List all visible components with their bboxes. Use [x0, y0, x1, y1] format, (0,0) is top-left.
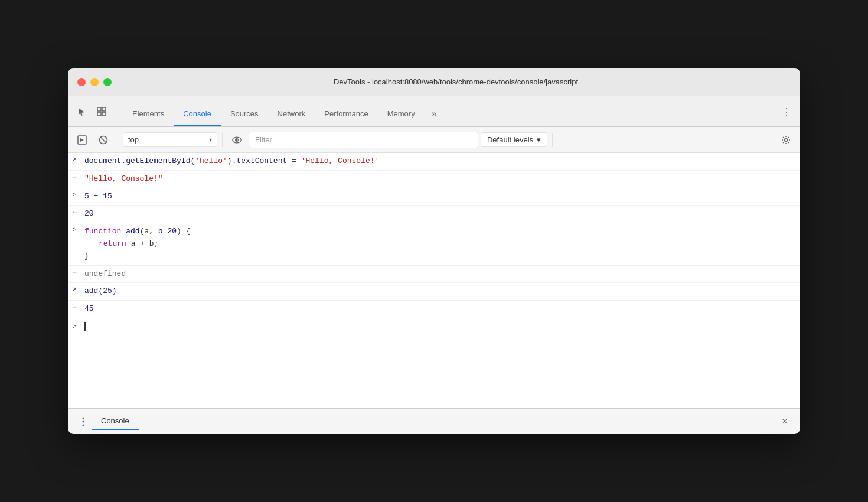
input-arrow-5: > — [73, 226, 84, 233]
tab-more-button[interactable]: » — [425, 102, 444, 126]
close-button[interactable] — [77, 78, 86, 86]
console-line-3: > 5 + 15 — [68, 188, 800, 206]
console-line-4: ← 20 — [68, 206, 800, 223]
context-value: top — [128, 135, 205, 144]
svg-line-6 — [100, 137, 106, 143]
clear-console-button[interactable] — [94, 131, 113, 149]
more-menu-button[interactable]: ⋮ — [778, 103, 795, 120]
console-code-3: 5 + 15 — [84, 191, 795, 203]
tab-performance[interactable]: Performance — [315, 102, 377, 126]
settings-button[interactable] — [776, 131, 795, 149]
maximize-button[interactable] — [103, 78, 112, 86]
filter-input[interactable] — [249, 132, 478, 148]
console-code-8: 45 — [84, 303, 795, 315]
tab-bar: Elements Console Sources Network Perform… — [68, 96, 800, 127]
svg-point-10 — [785, 138, 788, 141]
svg-rect-3 — [102, 112, 106, 116]
devtools-window: DevTools - localhost:8080/web/tools/chro… — [68, 68, 800, 434]
tab-network[interactable]: Network — [268, 102, 315, 126]
input-arrow-active: > — [73, 322, 84, 330]
input-arrow-7: > — [73, 285, 84, 293]
svg-point-12 — [83, 420, 84, 422]
console-input-line[interactable]: > — [68, 318, 800, 335]
live-expression-button[interactable] — [227, 131, 246, 149]
cursor-icon-btn[interactable] — [73, 103, 90, 120]
output-arrow-6: ← — [73, 268, 84, 276]
tab-toolbar-icons — [73, 103, 110, 126]
console-line-1: > document.getElementById('hello').textC… — [68, 153, 800, 171]
tab-end-icons: ⋮ — [778, 103, 795, 126]
toolbar-divider-1 — [118, 133, 118, 147]
output-arrow-4: ← — [73, 208, 84, 216]
console-code-6: undefined — [84, 268, 795, 281]
cursor — [84, 322, 86, 331]
console-output[interactable]: > document.getElementById('hello').textC… — [68, 153, 800, 408]
console-code-2: "Hello, Console!" — [84, 173, 795, 185]
output-arrow-2: ← — [73, 173, 84, 181]
execute-script-button[interactable] — [73, 131, 92, 149]
input-arrow-3: > — [73, 191, 84, 198]
console-line-6: ← undefined — [68, 266, 800, 283]
output-arrow-8: ← — [73, 303, 84, 311]
svg-rect-2 — [97, 112, 101, 116]
drawer-close-button[interactable]: × — [776, 413, 793, 430]
tab-console[interactable]: Console — [174, 102, 221, 126]
console-line-8: ← 45 — [68, 301, 800, 318]
console-toolbar: top ▾ Default levels ▾ — [68, 127, 800, 153]
console-code-4: 20 — [84, 208, 795, 220]
minimize-button[interactable] — [90, 78, 99, 86]
log-levels-button[interactable]: Default levels ▾ — [481, 132, 547, 147]
toolbar-divider-2 — [222, 133, 223, 147]
svg-point-13 — [83, 424, 84, 426]
svg-point-11 — [83, 417, 84, 419]
console-line-7: > add(25) — [68, 283, 800, 301]
tab-memory[interactable]: Memory — [378, 102, 425, 126]
bottom-drawer: Console × — [68, 408, 800, 434]
drawer-console-tab[interactable]: Console — [92, 413, 139, 430]
console-code-5: function add(a, b=20) { return a + b; } — [84, 226, 795, 262]
tab-elements[interactable]: Elements — [123, 102, 174, 126]
context-selector[interactable]: top ▾ — [123, 132, 217, 147]
tab-divider — [120, 106, 120, 120]
console-code-7: add(25) — [84, 285, 795, 298]
svg-rect-1 — [102, 107, 106, 111]
levels-label: Default levels — [487, 135, 533, 144]
drawer-dots-button[interactable] — [75, 413, 92, 430]
console-code-1: document.getElementById('hello').textCon… — [84, 155, 795, 168]
toolbar-divider-3 — [552, 133, 553, 147]
input-arrow-1: > — [73, 155, 84, 163]
console-line-5: > function add(a, b=20) { return a + b; … — [68, 223, 800, 265]
console-line-2: ← "Hello, Console!" — [68, 171, 800, 188]
svg-rect-0 — [97, 107, 101, 111]
context-arrow-icon: ▾ — [209, 136, 212, 143]
levels-arrow-icon: ▾ — [537, 135, 541, 144]
inspect-icon-btn[interactable] — [93, 103, 110, 120]
window-title: DevTools - localhost:8080/web/tools/chro… — [121, 77, 791, 86]
tab-sources[interactable]: Sources — [221, 102, 268, 126]
title-bar: DevTools - localhost:8080/web/tools/chro… — [68, 68, 800, 96]
traffic-lights — [77, 78, 112, 86]
svg-point-9 — [236, 139, 237, 140]
